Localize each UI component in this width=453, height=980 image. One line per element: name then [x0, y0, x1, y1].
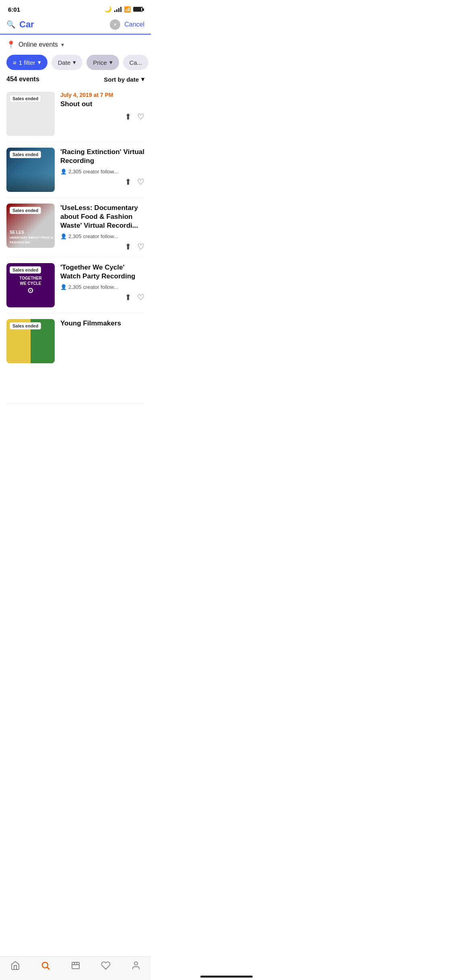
- sort-chevron-icon: ▾: [141, 76, 144, 83]
- filter-chip[interactable]: ≡ 1 filter ▾: [6, 55, 47, 70]
- list-item[interactable]: Sales ended Young Filmmakers: [6, 313, 144, 404]
- favorite-icon[interactable]: ♡: [137, 242, 144, 251]
- event-actions: ⬆ ♡: [60, 177, 144, 187]
- list-item[interactable]: Sales ended 'Racing Extinction' Virtual …: [6, 142, 144, 198]
- favorite-icon[interactable]: ♡: [137, 177, 144, 187]
- share-icon[interactable]: ⬆: [125, 177, 132, 187]
- event-title: 'UseLess: Documentary about Food & Fashi…: [60, 204, 144, 230]
- category-chip[interactable]: Ca...: [123, 55, 149, 70]
- person-icon: 👤: [60, 169, 67, 175]
- favorite-icon[interactable]: ♡: [137, 292, 144, 302]
- event-followers: 2,305 creator follow...: [68, 169, 118, 175]
- filter-chevron-icon: ▾: [38, 59, 41, 66]
- sort-label: Sort by date: [104, 76, 139, 83]
- event-meta: 👤 2,305 creator follow...: [60, 233, 144, 239]
- event-thumbnail: Sales ended: [6, 148, 55, 192]
- favorite-icon[interactable]: ♡: [137, 112, 144, 121]
- event-info: 'Together We Cycle' Watch Party Recordin…: [60, 263, 144, 302]
- event-title: Shout out: [60, 100, 144, 109]
- event-info: Young Filmmakers: [60, 319, 144, 331]
- wifi-icon: 📶: [124, 6, 131, 12]
- event-thumbnail: Sales ended se LesUMENTARY ABOUT FOOD & …: [6, 204, 55, 248]
- list-item[interactable]: Sales ended TOGETHERWE CYCLE ⊙ 'Together…: [6, 257, 144, 313]
- event-thumbnail: Sales ended: [6, 92, 55, 136]
- category-chip-label: Ca...: [130, 59, 142, 66]
- location-filter[interactable]: 📍 Online events ▾: [0, 35, 151, 55]
- sales-ended-badge: Sales ended: [10, 207, 41, 214]
- event-thumbnail: Sales ended: [6, 319, 55, 363]
- results-row: 454 events Sort by date ▾: [0, 70, 151, 86]
- event-actions: ⬆ ♡: [60, 242, 144, 251]
- event-title: Young Filmmakers: [60, 319, 144, 328]
- date-chevron-icon: ▾: [73, 59, 76, 66]
- filter-icon: ≡: [13, 59, 16, 66]
- sales-ended-badge: Sales ended: [10, 322, 41, 329]
- event-thumbnail: Sales ended TOGETHERWE CYCLE ⊙: [6, 263, 55, 307]
- share-icon[interactable]: ⬆: [125, 242, 132, 251]
- event-actions: ⬆ ♡: [60, 112, 144, 121]
- search-query[interactable]: Car: [19, 19, 106, 30]
- sales-ended-badge: Sales ended: [10, 95, 41, 102]
- share-icon[interactable]: ⬆: [125, 112, 132, 121]
- status-time: 6:01: [8, 6, 20, 13]
- price-chip[interactable]: Price ▾: [86, 55, 119, 70]
- event-info: 'Racing Extinction' Virtual Recording 👤 …: [60, 148, 144, 187]
- list-item[interactable]: Sales ended July 4, 2019 at 7 PM Shout o…: [6, 86, 144, 142]
- location-pin-icon: 📍: [6, 40, 15, 49]
- event-meta: 👤 2,305 creator follow...: [60, 169, 144, 175]
- location-label: Online events: [19, 41, 58, 48]
- sales-ended-badge: Sales ended: [10, 266, 41, 274]
- event-followers: 2,305 creator follow...: [68, 233, 118, 239]
- filter-chips-row: ≡ 1 filter ▾ Date ▾ Price ▾ Ca...: [0, 55, 151, 70]
- filter-chip-label: 1 filter: [19, 59, 35, 66]
- event-followers: 2,305 creator follow...: [68, 284, 118, 290]
- list-item[interactable]: Sales ended se LesUMENTARY ABOUT FOOD & …: [6, 198, 144, 257]
- event-meta: 👤 2,305 creator follow...: [60, 284, 144, 290]
- search-icon: 🔍: [6, 20, 15, 29]
- event-actions: ⬆ ♡: [60, 292, 144, 302]
- event-title: 'Together We Cycle' Watch Party Recordin…: [60, 263, 144, 281]
- event-title: 'Racing Extinction' Virtual Recording: [60, 148, 144, 165]
- person-icon: 👤: [60, 233, 67, 239]
- location-chevron-icon: ▾: [61, 41, 64, 48]
- results-count: 454 events: [6, 76, 39, 83]
- price-chevron-icon: ▾: [109, 59, 113, 66]
- moon-icon: 🌙: [104, 6, 112, 13]
- event-info: 'UseLess: Documentary about Food & Fashi…: [60, 204, 144, 251]
- search-bar: 🔍 Car × Cancel: [0, 16, 151, 35]
- status-bar: 6:01 🌙 📶: [0, 0, 151, 16]
- price-chip-label: Price: [93, 59, 107, 66]
- event-info: July 4, 2019 at 7 PM Shout out ⬆ ♡: [60, 92, 144, 121]
- event-date: July 4, 2019 at 7 PM: [60, 92, 144, 98]
- person-icon: 👤: [60, 284, 67, 290]
- event-list: Sales ended July 4, 2019 at 7 PM Shout o…: [0, 86, 151, 404]
- date-chip[interactable]: Date ▾: [51, 55, 83, 70]
- cancel-button[interactable]: Cancel: [124, 21, 144, 28]
- date-chip-label: Date: [58, 59, 71, 66]
- sales-ended-badge: Sales ended: [10, 151, 41, 158]
- sort-button[interactable]: Sort by date ▾: [104, 76, 144, 83]
- battery-icon: [133, 7, 143, 12]
- signal-bars-icon: [114, 6, 121, 12]
- clear-button[interactable]: ×: [110, 19, 120, 30]
- status-icons: 🌙 📶: [104, 6, 143, 13]
- share-icon[interactable]: ⬆: [125, 292, 132, 302]
